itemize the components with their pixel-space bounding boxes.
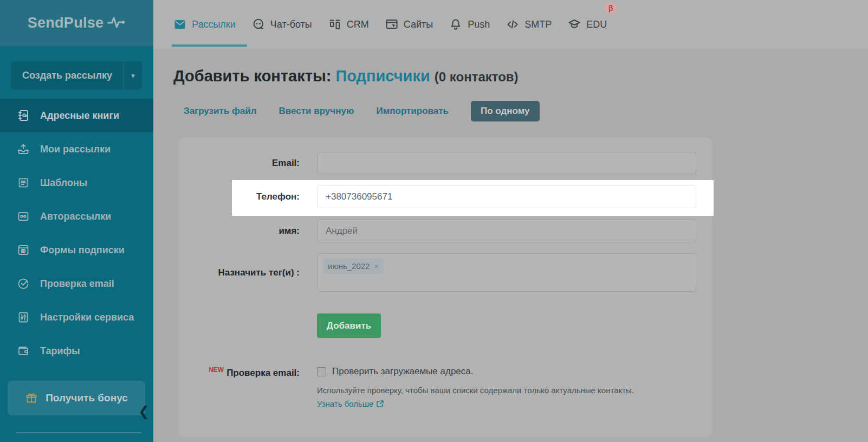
verification-description: Используйте проверку, чтобы ваши списки … xyxy=(317,386,634,395)
campaigns-icon xyxy=(17,143,30,156)
tab-enter-manually[interactable]: Ввести вручную xyxy=(279,106,354,117)
code-icon xyxy=(506,18,519,31)
brand-logo[interactable]: SendPulse xyxy=(0,0,153,46)
sidebar-item-email-verification[interactable]: Проверка email xyxy=(0,267,153,300)
tags-row: Назначить тег(и) : июнь_2022 × xyxy=(198,253,696,292)
tab-one-by-one[interactable]: По одному xyxy=(471,101,540,121)
name-row: имя: xyxy=(198,219,696,242)
add-contact-form-card: Email: Телефон: имя: Назначить тег(и) : xyxy=(179,137,712,437)
create-campaign-label: Создать рассылку xyxy=(11,61,124,89)
beta-badge: β xyxy=(605,2,617,14)
tab-label: CRM xyxy=(347,19,369,30)
verify-checkbox-label: Проверить загружаемые адреса. xyxy=(332,366,473,377)
phone-input[interactable] xyxy=(317,185,696,208)
email-input[interactable] xyxy=(317,152,696,174)
tag-remove-icon[interactable]: × xyxy=(374,262,378,270)
create-campaign-button[interactable]: Создать рассылку ▾ xyxy=(11,61,142,89)
app-window: SendPulse Создать рассылку ▾ Адресные кн… xyxy=(0,0,868,442)
mail-icon xyxy=(173,18,186,31)
page-title: Добавить контакты: Подписчики (0 контакт… xyxy=(173,65,868,87)
tab-label: Push xyxy=(468,19,490,30)
tab-label: Чат-боты xyxy=(270,19,312,30)
sidebar-item-subscription-forms[interactable]: Формы подписки xyxy=(0,233,153,267)
tab-push[interactable]: Push xyxy=(449,0,490,49)
new-badge: NEW xyxy=(209,366,224,374)
templates-icon xyxy=(17,176,30,189)
sidebar-item-my-campaigns[interactable]: Мои рассылки xyxy=(0,132,153,166)
email-label: Email: xyxy=(198,158,300,169)
address-book-icon xyxy=(17,109,30,122)
page-content: Добавить контакты: Подписчики (0 контакт… xyxy=(153,65,868,437)
tab-upload-file[interactable]: Загрузить файл xyxy=(184,106,257,117)
tag-chip-text: июнь_2022 xyxy=(328,261,370,271)
sidebar-item-label: Настройки сервиса xyxy=(40,312,134,323)
contacts-count: (0 контактов) xyxy=(435,69,519,84)
email-verification-row: NEWПроверка email: Проверить загружаемые… xyxy=(198,366,696,409)
tags-input[interactable]: июнь_2022 × xyxy=(317,253,696,292)
tab-label: Сайты xyxy=(404,19,433,30)
tag-chip: июнь_2022 × xyxy=(323,258,384,274)
tab-label: EDU xyxy=(586,19,607,30)
email-verify-icon xyxy=(17,277,30,290)
verify-checkbox-line: Проверить загружаемые адреса. xyxy=(317,366,634,377)
phone-label: Телефон: xyxy=(198,191,300,202)
sites-icon xyxy=(385,18,398,31)
tab-import[interactable]: Импортировать xyxy=(376,106,449,117)
phone-row-highlighted: Телефон: xyxy=(198,185,696,208)
tab-label: Рассылки xyxy=(192,19,236,30)
brand-logo-text: SendPulse xyxy=(28,15,104,31)
name-input[interactable] xyxy=(317,219,696,242)
tags-label: Назначить тег(и) : xyxy=(198,267,300,278)
bell-icon xyxy=(449,18,462,31)
get-bonus-button[interactable]: Получить бонус xyxy=(8,381,145,415)
crm-icon xyxy=(328,18,341,31)
sidebar-nav: Адресные книги Мои рассылки Шаблоны Авто… xyxy=(0,99,153,368)
tab-sites[interactable]: Сайты xyxy=(385,0,433,49)
tab-edu[interactable]: EDU β xyxy=(568,0,607,49)
tab-campaigns[interactable]: Рассылки xyxy=(173,0,236,49)
external-link-icon xyxy=(377,400,384,407)
sidebar-item-templates[interactable]: Шаблоны xyxy=(0,166,153,200)
sidebar-collapse-chevron[interactable]: ❮ xyxy=(138,405,150,418)
sidebar: SendPulse Создать рассылку ▾ Адресные кн… xyxy=(0,0,153,442)
top-navigation: Рассылки Чат-боты CRM Сайты xyxy=(153,0,868,49)
chevron-down-icon[interactable]: ▾ xyxy=(124,61,142,89)
sidebar-item-label: Тарифы xyxy=(40,345,80,357)
subscription-forms-icon xyxy=(17,244,30,257)
address-book-name-link[interactable]: Подписчики xyxy=(335,67,430,85)
verification-label: NEWПроверка email: xyxy=(198,366,300,409)
chatbot-icon xyxy=(252,18,265,31)
graduation-cap-icon xyxy=(568,18,581,31)
name-label: имя: xyxy=(198,226,300,236)
add-contacts-tabs: Загрузить файл Ввести вручную Импортиров… xyxy=(184,101,868,121)
get-bonus-label: Получить бонус xyxy=(46,392,128,404)
sidebar-item-service-settings[interactable]: Настройки сервиса xyxy=(0,300,153,334)
sidebar-divider xyxy=(16,432,141,433)
sidebar-item-label: Шаблоны xyxy=(40,177,87,189)
sidebar-item-label: Мои рассылки xyxy=(40,144,111,155)
sidebar-item-label: Проверка email xyxy=(40,278,114,290)
learn-more-text: Узнать больше xyxy=(317,399,373,408)
email-row: Email: xyxy=(198,152,696,174)
sidebar-item-label: Авторассылки xyxy=(40,211,111,222)
pulse-icon xyxy=(107,15,126,31)
add-button[interactable]: Добавить xyxy=(317,313,381,338)
sidebar-item-label: Адресные книги xyxy=(40,110,119,121)
tab-chatbots[interactable]: Чат-боты xyxy=(252,0,312,49)
main-area: Рассылки Чат-боты CRM Сайты xyxy=(153,0,868,442)
tab-smtp[interactable]: SMTP xyxy=(506,0,552,49)
automation-icon xyxy=(17,210,30,223)
verification-body: Проверить загружаемые адреса. Используйт… xyxy=(317,366,634,409)
settings-icon xyxy=(17,311,30,324)
tab-crm[interactable]: CRM xyxy=(328,0,369,49)
verify-addresses-checkbox[interactable] xyxy=(317,367,326,376)
sidebar-item-address-books[interactable]: Адресные книги xyxy=(0,99,153,132)
tab-label: SMTP xyxy=(524,19,552,30)
learn-more-link[interactable]: Узнать больше xyxy=(317,399,384,408)
page-title-prefix: Добавить контакты: xyxy=(173,67,331,85)
pricing-icon xyxy=(17,344,30,357)
sidebar-item-label: Формы подписки xyxy=(40,245,125,256)
verification-label-text: Проверка email: xyxy=(226,368,300,378)
sidebar-item-automation[interactable]: Авторассылки xyxy=(0,200,153,233)
sidebar-item-pricing[interactable]: Тарифы xyxy=(0,334,153,368)
